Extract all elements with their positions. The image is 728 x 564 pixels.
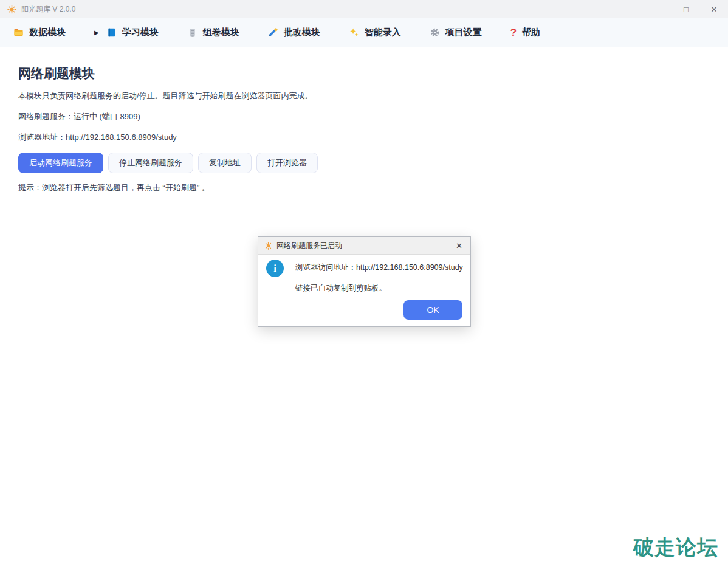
ok-button[interactable]: OK xyxy=(403,300,462,320)
app-title: 阳光题库 V 2.0.0 xyxy=(21,4,75,15)
nav-item-smart-input[interactable]: 智能录入 xyxy=(349,27,401,38)
dialog-title: 网络刷题服务已启动 xyxy=(276,241,342,251)
module-description: 本模块只负责网络刷题服务的启动/停止。题目筛选与开始刷题在浏览器页面内完成。 xyxy=(18,91,710,101)
nav-item-study-module[interactable]: ▶ 学习模块 xyxy=(94,27,159,38)
active-marker-icon: ▶ xyxy=(94,29,99,36)
open-browser-button[interactable]: 打开浏览器 xyxy=(256,153,318,173)
nav-label: 学习模块 xyxy=(122,27,159,38)
question-icon: ? xyxy=(510,27,517,38)
dialog-close-icon[interactable]: ✕ xyxy=(454,241,464,250)
minimize-button[interactable]: — xyxy=(644,0,672,18)
window-titlebar: 阳光题库 V 2.0.0 — □ ✕ xyxy=(0,0,728,18)
nav-label: 批改模块 xyxy=(284,27,320,38)
info-icon: i xyxy=(266,260,284,277)
book-icon xyxy=(106,27,117,38)
dialog-titlebar: 网络刷题服务已启动 ✕ xyxy=(258,237,470,255)
nav-item-project-settings[interactable]: 项目设置 xyxy=(430,27,482,38)
browser-address-label: 浏览器地址： xyxy=(18,132,66,142)
nav-label: 项目设置 xyxy=(445,27,482,38)
window-controls: — □ ✕ xyxy=(644,0,728,18)
maximize-button[interactable]: □ xyxy=(672,0,700,18)
watermark-text: 破走论坛 xyxy=(633,534,718,562)
service-status-value: 运行中 (端口 8909) xyxy=(74,112,140,121)
dialog-address-text: 浏览器访问地址：http://192.168.150.6:8909/study xyxy=(295,263,463,273)
sparkles-icon xyxy=(349,27,359,38)
browser-address-line: 浏览器地址：http://192.168.150.6:8909/study xyxy=(18,132,710,143)
nav-item-grading-module[interactable]: 批改模块 xyxy=(268,27,320,38)
nav-label: 智能录入 xyxy=(365,27,401,38)
stop-service-button[interactable]: 停止网络刷题服务 xyxy=(108,153,193,173)
browser-address-value: http://192.168.150.6:8909/study xyxy=(66,132,177,142)
service-status-label: 网络刷题服务： xyxy=(18,112,74,121)
folder-icon xyxy=(13,27,24,38)
nav-item-data-module[interactable]: 数据模块 xyxy=(13,27,66,38)
sun-app-icon xyxy=(7,5,16,14)
dialog-body: i 浏览器访问地址：http://192.168.150.6:8909/stud… xyxy=(258,255,470,326)
gear-icon xyxy=(430,27,440,38)
usage-hint: 提示：浏览器打开后先筛选题目，再点击 “开始刷题” 。 xyxy=(18,182,710,193)
nav-item-paper-module[interactable]: 组卷模块 xyxy=(187,27,239,38)
copy-address-button[interactable]: 复制地址 xyxy=(198,153,252,173)
nav-item-help[interactable]: ? 帮助 xyxy=(510,27,540,38)
action-button-row: 启动网络刷题服务 停止网络刷题服务 复制地址 打开浏览器 xyxy=(18,153,710,173)
main-content: 网络刷题模块 本模块只负责网络刷题服务的启动/停止。题目筛选与开始刷题在浏览器页… xyxy=(0,47,728,193)
nav-label: 帮助 xyxy=(522,27,540,38)
close-button[interactable]: ✕ xyxy=(700,0,728,18)
nav-label: 组卷模块 xyxy=(203,27,239,38)
sun-dialog-icon xyxy=(264,242,272,250)
pen-icon xyxy=(268,27,278,38)
start-service-button[interactable]: 启动网络刷题服务 xyxy=(18,153,103,173)
service-started-dialog: 网络刷题服务已启动 ✕ i 浏览器访问地址：http://192.168.150… xyxy=(258,236,471,327)
service-status-line: 网络刷题服务：运行中 (端口 8909) xyxy=(18,111,710,122)
module-navbar: 数据模块 ▶ 学习模块 组卷模块 xyxy=(0,18,728,47)
dialog-clipboard-text: 链接已自动复制到剪贴板。 xyxy=(295,283,386,294)
nav-label: 数据模块 xyxy=(29,27,66,38)
page-title: 网络刷题模块 xyxy=(18,66,710,81)
scroll-icon xyxy=(187,27,197,38)
